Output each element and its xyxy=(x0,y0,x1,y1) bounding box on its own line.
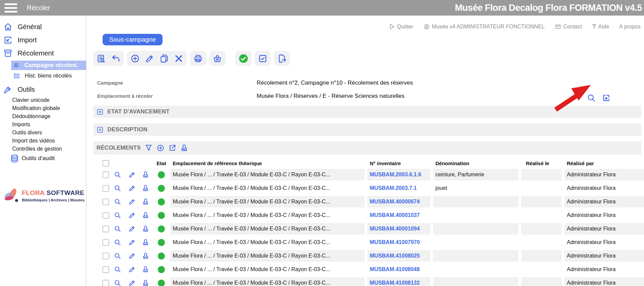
sidebar-item-recolement[interactable]: Récolement xyxy=(0,47,86,60)
search-icon[interactable] xyxy=(587,93,596,103)
hamburger-menu-icon[interactable] xyxy=(4,3,17,13)
inventory-link[interactable]: MUSBAM.2003.7.1 xyxy=(370,185,417,191)
section-description[interactable]: DESCRIPTION xyxy=(93,124,641,136)
inventory-link[interactable]: MUSBAM.41008132 xyxy=(370,280,420,286)
edit-pencil-icon[interactable] xyxy=(128,252,136,260)
basket-icon[interactable] xyxy=(213,54,222,63)
sidebar-item-outils-audit[interactable]: Outils d'audit xyxy=(10,154,86,163)
header-realise-le: Réalisé le xyxy=(521,160,562,166)
edit-pencil-icon[interactable] xyxy=(128,225,136,233)
view-search-icon[interactable] xyxy=(114,184,121,192)
copy-icon[interactable] xyxy=(159,54,169,63)
stamp-icon[interactable] xyxy=(142,184,149,192)
view-search-icon[interactable] xyxy=(114,225,121,233)
sidebar-item-imports[interactable]: Imports xyxy=(12,120,86,129)
stamp-icon[interactable] xyxy=(180,144,188,152)
view-search-icon[interactable] xyxy=(114,239,121,246)
stamp-icon[interactable] xyxy=(142,279,149,286)
expand-plus-icon[interactable] xyxy=(96,126,104,133)
sidebar-item-controles-de-gestion[interactable]: Contrôles de gestion xyxy=(12,145,86,153)
export-icon[interactable] xyxy=(277,54,287,63)
stamp-icon[interactable] xyxy=(142,212,149,219)
row-checkbox[interactable] xyxy=(103,253,109,259)
sidebar-item-hist-biens-recoles[interactable]: Hist. biens récolés xyxy=(11,71,86,81)
stamp-icon[interactable] xyxy=(142,266,149,273)
edit-pencil-icon[interactable] xyxy=(128,184,136,192)
status-dot-green xyxy=(158,198,165,205)
external-link-icon[interactable] xyxy=(168,144,176,152)
inventory-link[interactable]: MUSBAM.41008048 xyxy=(370,266,420,272)
sidebar-item-outils[interactable]: Outils xyxy=(0,83,86,96)
row-checkbox[interactable] xyxy=(103,212,109,219)
edit-pencil-icon[interactable] xyxy=(128,212,136,219)
inventory-link[interactable]: MUSBAM.40001094 xyxy=(370,226,420,232)
add-circle-icon[interactable] xyxy=(156,144,165,152)
row-checkbox[interactable] xyxy=(103,172,109,178)
stamp-icon[interactable] xyxy=(142,252,149,260)
tab-sous-campagne[interactable]: Sous-campagne xyxy=(103,34,163,45)
section-recolements: RÉCOLEMENTS xyxy=(93,141,641,155)
sidebar-item-import-des-videos[interactable]: Import des vidéos xyxy=(12,137,86,145)
add-circle-icon[interactable] xyxy=(130,54,140,63)
sidebar-item-import[interactable]: Import xyxy=(0,34,86,47)
inventory-link[interactable]: MUSBAM.41008025 xyxy=(370,253,420,259)
cell-emplacement: Musée Flora / ... / Travée E-03 / Module… xyxy=(170,210,365,221)
row-checkbox[interactable] xyxy=(103,239,109,246)
sidebar-item-outils-divers[interactable]: Outils divers xyxy=(12,129,86,137)
checkbox-check-icon[interactable] xyxy=(258,54,267,63)
edit-pencil-icon[interactable] xyxy=(128,171,136,178)
inventory-link[interactable]: MUSBAM.2003.6.1.6 xyxy=(370,172,421,178)
sidebar-item-general[interactable]: Général xyxy=(0,20,86,34)
view-search-icon[interactable] xyxy=(114,212,121,219)
top-bar: Récoler Musée Flora Decalog Flora FORMAT… xyxy=(0,0,644,16)
status-dot-green xyxy=(158,212,165,219)
expand-plus-icon[interactable] xyxy=(96,108,104,115)
inventory-link[interactable]: MUSBAM.40000674 xyxy=(370,199,420,205)
cell-realise-le xyxy=(521,210,562,221)
filter-funnel-icon[interactable] xyxy=(145,144,153,152)
view-search-icon[interactable] xyxy=(114,279,121,286)
sidebar-item-dedoublonnage[interactable]: Dédoublonnage xyxy=(12,112,86,120)
apropos-link[interactable]: A propos xyxy=(619,24,641,30)
quitter-link[interactable]: Quitter xyxy=(389,24,413,30)
print-icon[interactable] xyxy=(193,54,203,63)
question-icon: ? xyxy=(592,23,596,30)
view-search-icon[interactable] xyxy=(114,266,121,273)
stamp-icon[interactable] xyxy=(142,171,149,178)
aide-link[interactable]: ? Aide xyxy=(592,23,609,30)
open-window-up-icon[interactable] xyxy=(602,93,611,103)
edit-pencil-icon[interactable] xyxy=(128,279,136,286)
edit-pencil-icon[interactable] xyxy=(128,239,136,246)
view-search-icon[interactable] xyxy=(114,198,121,205)
edit-pencil-icon[interactable] xyxy=(128,266,136,273)
undo-icon[interactable] xyxy=(111,54,121,63)
select-all-checkbox[interactable] xyxy=(103,160,109,167)
inventory-link[interactable]: MUSBAM.40001037 xyxy=(370,212,420,218)
sidebar-item-modification-globale[interactable]: Modification globale xyxy=(12,104,86,112)
row-checkbox[interactable] xyxy=(103,199,109,205)
sidebar-item-campagne-recolmt[interactable]: Campagne récolmt. xyxy=(11,61,86,70)
user-menu[interactable]: Musée v4 ADMINISTRATEUR FONCTIONNEL xyxy=(424,24,545,30)
edit-pencil-icon[interactable] xyxy=(145,54,154,63)
row-checkbox[interactable] xyxy=(103,185,109,192)
inventory-link[interactable]: MUSBAM.41007970 xyxy=(370,239,420,245)
row-checkbox[interactable] xyxy=(103,266,109,273)
edit-pencil-icon[interactable] xyxy=(128,198,136,205)
home-icon xyxy=(3,22,13,31)
stamp-icon[interactable] xyxy=(142,198,149,205)
sidebar-item-clavier-unicode[interactable]: Clavier unicode xyxy=(12,96,86,104)
validate-check-icon[interactable] xyxy=(239,54,248,63)
stamp-icon[interactable] xyxy=(142,225,149,233)
delete-x-icon[interactable] xyxy=(174,54,184,63)
row-checkbox[interactable] xyxy=(103,280,109,286)
row-checkbox[interactable] xyxy=(103,226,109,232)
stamp-icon[interactable] xyxy=(142,239,149,246)
view-search-icon[interactable] xyxy=(114,171,121,178)
status-dot-green xyxy=(158,280,165,286)
section-etat-avancement[interactable]: ETAT D'AVANCEMENT xyxy=(93,106,641,118)
toolbar-group xyxy=(274,51,290,66)
view-search-icon[interactable] xyxy=(114,252,121,260)
contact-link[interactable]: Contact xyxy=(555,24,582,30)
list-search-icon[interactable] xyxy=(96,54,106,63)
archive-box-icon xyxy=(3,49,13,58)
